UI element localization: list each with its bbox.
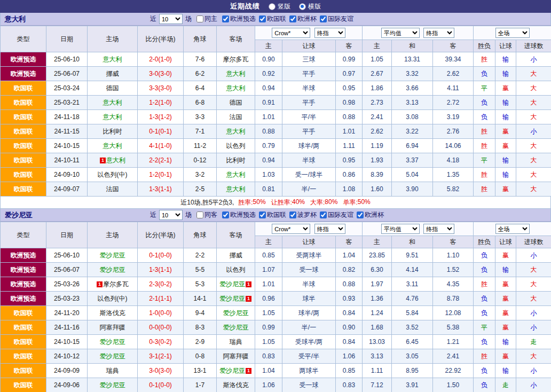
score-cell: 0-1(0-0) bbox=[138, 248, 184, 263]
competition-filter[interactable]: 欧洲杯 bbox=[357, 210, 384, 219]
games-label: 场 bbox=[185, 14, 192, 23]
competition-type-cell: 欧国联 bbox=[1, 96, 46, 110]
book-select[interactable]: Crow* bbox=[272, 28, 310, 38]
handicap-cell: 平/半 bbox=[282, 110, 336, 124]
stat-label: 让胜率: bbox=[271, 198, 292, 207]
away-team-cell: 摩尔多瓦 bbox=[217, 52, 255, 67]
away-team-cell: 爱沙尼亚 bbox=[217, 320, 255, 335]
competition-checkbox[interactable] bbox=[320, 15, 327, 22]
home-team-cell: 法国 bbox=[88, 182, 138, 197]
avg-stage-select[interactable]: 终指 bbox=[423, 28, 454, 38]
odds-cell: 0.98 bbox=[336, 96, 363, 110]
competition-label: 波罗杯 bbox=[297, 210, 317, 219]
handicap-result-cell: 赢 bbox=[495, 139, 516, 153]
competition-type-cell: 欧国联 bbox=[1, 349, 46, 364]
same-venue-filter[interactable]: 同客 bbox=[196, 210, 217, 219]
match-row: 欧国联24-10-15意大利4-1(1-0)11-2以色列0.79球半/两1.1… bbox=[1, 139, 551, 153]
goals-result-cell: 小 bbox=[516, 52, 551, 67]
match-count-select[interactable]: 10 bbox=[159, 210, 183, 220]
section-header: 爱沙尼亚 近 10 场 同客 欧洲预选欧国联波罗杯国际友谊欧洲杯 bbox=[0, 209, 551, 222]
corner-cell: 7-6 bbox=[184, 52, 217, 67]
date-cell: 25-03-23 bbox=[46, 292, 88, 306]
odds-cell: 6.94 bbox=[392, 139, 433, 153]
team-label: 意大利 bbox=[106, 156, 125, 164]
odds-cell: 0.96 bbox=[255, 292, 282, 306]
competition-checkbox[interactable] bbox=[222, 211, 229, 218]
handicap-result-cell: 输 bbox=[495, 110, 516, 124]
book-stage-select[interactable]: 终指 bbox=[314, 224, 345, 234]
column-header: 让球 bbox=[282, 236, 336, 248]
score-cell: 3-3(3-0) bbox=[138, 81, 184, 96]
score-cell: 4-1(1-0) bbox=[138, 139, 184, 153]
competition-filter[interactable]: 欧国联 bbox=[259, 210, 286, 219]
column-header: 客 bbox=[336, 40, 363, 52]
layout-radio-horizontal[interactable]: 横版 bbox=[299, 2, 321, 11]
score-cell: 0-0(0-0) bbox=[138, 320, 184, 335]
competition-checkbox[interactable] bbox=[259, 211, 266, 218]
competition-checkbox[interactable] bbox=[320, 211, 327, 218]
home-team-cell: 以色列(中) bbox=[88, 292, 138, 306]
competition-filter[interactable]: 欧洲预选 bbox=[222, 210, 256, 219]
handicap-cell: 半/一 bbox=[282, 182, 336, 197]
odds-cell: 3.19 bbox=[433, 110, 474, 124]
home-team-cell: 以色列(中) bbox=[88, 168, 138, 182]
odds-cell: 1.11 bbox=[363, 364, 392, 378]
goals-result-cell: 小 bbox=[516, 378, 551, 392]
competition-label: 欧洲预选 bbox=[230, 14, 256, 23]
corner-cell: 6-4 bbox=[184, 81, 217, 96]
same-venue-checkbox[interactable] bbox=[196, 211, 203, 218]
column-header: 日期 bbox=[46, 26, 88, 52]
competition-filter[interactable]: 国际友谊 bbox=[320, 210, 353, 219]
competition-checkbox[interactable] bbox=[222, 15, 229, 22]
competition-checkbox[interactable] bbox=[289, 211, 296, 218]
competition-filter[interactable]: 欧洲杯 bbox=[289, 14, 317, 23]
scope-select[interactable]: 全场 bbox=[495, 28, 530, 38]
competition-checkbox[interactable] bbox=[357, 211, 364, 218]
competition-type-cell: 欧国联 bbox=[1, 182, 46, 197]
corner-cell: 11-2 bbox=[184, 139, 217, 153]
score-cell: 1-3(1-1) bbox=[138, 263, 184, 277]
competition-filter[interactable]: 波罗杯 bbox=[289, 210, 317, 219]
book-select[interactable]: Crow* bbox=[272, 224, 310, 234]
odds-cell: 1.05 bbox=[255, 306, 282, 320]
book-stage-select[interactable]: 终指 bbox=[314, 28, 345, 38]
result-cell: 负 bbox=[474, 67, 495, 81]
competition-type-cell: 欧国联 bbox=[1, 139, 46, 153]
odds-cell: 0.88 bbox=[255, 124, 282, 139]
competition-filter[interactable]: 欧国联 bbox=[259, 14, 286, 23]
stat-value: 50% bbox=[253, 198, 266, 207]
result-cell: 平 bbox=[474, 153, 495, 168]
avg-select[interactable]: 平均值 bbox=[381, 224, 420, 234]
competition-checkbox[interactable] bbox=[259, 15, 266, 22]
odds-cell: 3.32 bbox=[392, 67, 433, 81]
goals-result-cell: 走 bbox=[516, 335, 551, 349]
odds-cell: 6.45 bbox=[392, 335, 433, 349]
avg-select[interactable]: 平均值 bbox=[381, 28, 420, 38]
corner-cell: 5-3 bbox=[184, 277, 217, 292]
result-cell: 负 bbox=[474, 306, 495, 320]
same-venue-checkbox[interactable] bbox=[196, 15, 203, 22]
odds-cell: 1.08 bbox=[336, 182, 363, 197]
result-cell: 负 bbox=[474, 248, 495, 263]
odds-cell: 3.22 bbox=[392, 124, 433, 139]
same-venue-filter[interactable]: 同主 bbox=[196, 14, 217, 23]
layout-radio-vertical[interactable]: 竖版 bbox=[269, 2, 290, 11]
competition-filter[interactable]: 欧洲预选 bbox=[222, 14, 256, 23]
corner-cell: 3-2 bbox=[184, 168, 217, 182]
handicap-cell: 受一球 bbox=[282, 263, 336, 277]
avg-stage-select[interactable]: 终指 bbox=[423, 224, 454, 234]
stat-label: 大率: bbox=[310, 198, 325, 207]
odds-cell: 0.81 bbox=[255, 182, 282, 197]
competition-filters: 欧洲预选欧国联波罗杯国际友谊欧洲杯 bbox=[219, 210, 384, 219]
match-row: 欧国联24-10-12爱沙尼亚3-1(2-1)0-8阿塞拜疆0.83受平/半1.… bbox=[1, 349, 551, 364]
odds-cell: 23.85 bbox=[363, 248, 392, 263]
scope-select[interactable]: 全场 bbox=[495, 224, 530, 234]
handicap-result-cell: 输 bbox=[495, 67, 516, 81]
date-cell: 24-10-15 bbox=[46, 139, 88, 153]
odds-cell: 3.05 bbox=[392, 349, 433, 364]
competition-filter[interactable]: 国际友谊 bbox=[320, 14, 353, 23]
match-count-select[interactable]: 10 bbox=[159, 14, 183, 24]
goals-result-cell: 大 bbox=[516, 349, 551, 364]
home-team-cell: 爱沙尼亚 bbox=[88, 263, 138, 277]
competition-checkbox[interactable] bbox=[289, 15, 296, 22]
